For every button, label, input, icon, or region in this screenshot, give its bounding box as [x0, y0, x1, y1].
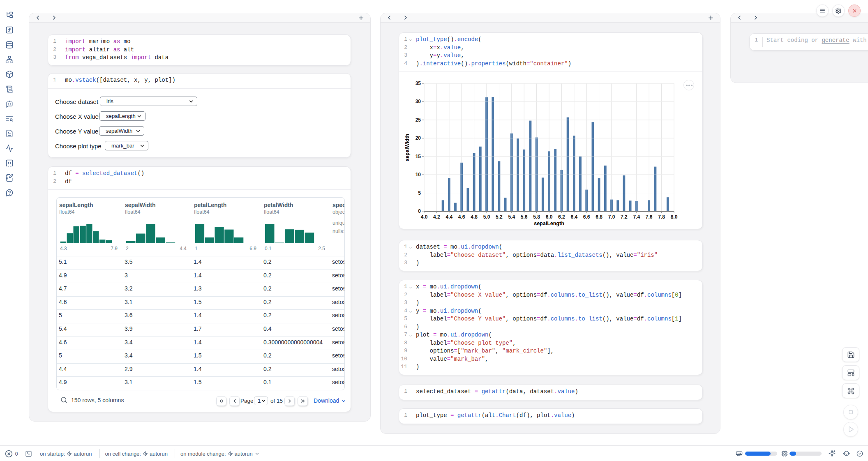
- svg-text:7.6: 7.6: [646, 214, 653, 220]
- svg-text:35: 35: [416, 81, 421, 86]
- svg-text:6.2: 6.2: [558, 214, 565, 220]
- svg-text:7.2: 7.2: [621, 214, 628, 220]
- svg-text:25: 25: [416, 117, 421, 123]
- svg-text:10: 10: [416, 172, 421, 177]
- svg-text:7.8: 7.8: [658, 214, 665, 220]
- svg-text:7.0: 7.0: [608, 214, 615, 220]
- svg-text:4.4: 4.4: [446, 214, 452, 220]
- svg-text:15: 15: [416, 154, 421, 159]
- svg-text:5.0: 5.0: [483, 214, 490, 220]
- svg-text:4.6: 4.6: [458, 214, 465, 220]
- svg-text:30: 30: [416, 99, 421, 104]
- svg-text:sepalWidth: sepalWidth: [404, 134, 410, 161]
- svg-text:6.4: 6.4: [570, 214, 577, 220]
- svg-text:5.6: 5.6: [521, 214, 528, 220]
- svg-text:7.4: 7.4: [633, 214, 640, 220]
- svg-text:8.0: 8.0: [671, 214, 678, 220]
- svg-text:0: 0: [418, 208, 421, 214]
- svg-text:4.0: 4.0: [421, 214, 428, 220]
- svg-text:5: 5: [418, 190, 421, 196]
- svg-text:5.8: 5.8: [533, 214, 540, 220]
- svg-text:4.2: 4.2: [433, 214, 440, 220]
- svg-text:5.4: 5.4: [508, 214, 515, 220]
- svg-text:6.8: 6.8: [596, 214, 603, 220]
- svg-text:5.2: 5.2: [496, 214, 503, 220]
- svg-text:6.0: 6.0: [546, 214, 553, 220]
- svg-text:20: 20: [416, 135, 421, 141]
- svg-text:4.8: 4.8: [471, 214, 478, 220]
- svg-text:6.6: 6.6: [583, 214, 590, 220]
- svg-text:sepalLength: sepalLength: [534, 221, 564, 226]
